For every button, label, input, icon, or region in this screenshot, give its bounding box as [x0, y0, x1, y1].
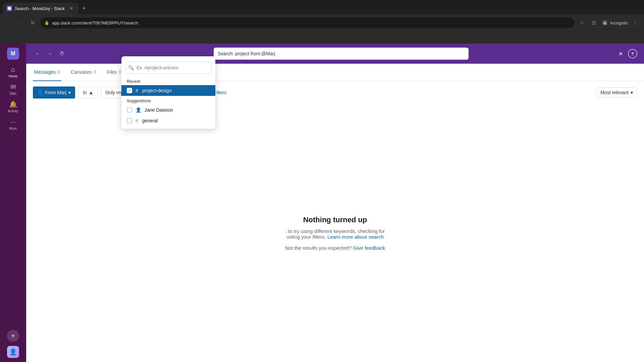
search-close-button[interactable]: ✕	[616, 49, 625, 58]
address-bar[interactable]: 🔒 app.slack.com/client/T067MEBPPUY/searc…	[40, 17, 575, 28]
dropdown-search-icon: 🔍	[128, 65, 134, 70]
search-help-button[interactable]: ?	[628, 49, 637, 58]
sidebar-item-dms[interactable]: ✉ DMs	[5, 81, 21, 97]
back-button[interactable]: ←	[4, 18, 13, 27]
sidebar-item-more[interactable]: ··· More	[5, 116, 21, 132]
tab-messages[interactable]: Messages 0	[33, 64, 61, 81]
item-jane-dawson-label: Jane Dawson	[145, 107, 173, 113]
svg-text:🕵: 🕵	[603, 21, 607, 25]
give-feedback-link[interactable]: Give feedback	[353, 245, 385, 251]
hash-icon-general: #	[136, 118, 138, 123]
home-icon: ⌂	[11, 66, 15, 73]
forward-button[interactable]: →	[16, 18, 25, 27]
item-general-label: general	[142, 118, 158, 123]
feedback-area: Not the results you expected? Give feedb…	[285, 245, 385, 251]
sidebar-item-activity[interactable]: 🔔 Activity	[5, 99, 21, 115]
lock-icon: 🔒	[44, 20, 49, 25]
tab-messages-count: 0	[58, 69, 60, 74]
tab-messages-label: Messages	[34, 69, 56, 75]
address-text: app.slack.com/client/T067MEBPPUY/search	[52, 20, 138, 25]
sort-button[interactable]: Most relevant ▾	[596, 87, 637, 98]
incognito-label: Incognito	[610, 20, 628, 25]
tab-files-count: 0	[119, 69, 121, 74]
tab-canvases-count: 0	[94, 69, 96, 74]
menu-button[interactable]: ⋮	[631, 18, 640, 27]
no-results-text: : to try using different keywords, check…	[285, 228, 385, 240]
sort-label: Most relevant	[600, 90, 629, 95]
tab-canvases-label: Canvases	[71, 69, 92, 75]
in-filter-chevron: ▲	[89, 90, 93, 95]
search-forward-button[interactable]: →	[45, 49, 54, 58]
search-header: ← → ⏱ Search: project from:@Marj ✕ ?	[26, 44, 644, 64]
person-icon-jane-dawson: 👤	[136, 107, 141, 113]
workspace-icon[interactable]: M	[7, 48, 19, 60]
dropdown-item-project-design[interactable]: # project-design	[121, 85, 215, 96]
dropdown-overlay: 🔍 Recent # project-design Suggestions 👤 …	[121, 56, 215, 129]
sidebar-dms-label: DMs	[10, 92, 17, 96]
bookmark-star-button[interactable]: ☆	[577, 18, 587, 27]
search-query: Search: project from:@Marj	[218, 51, 275, 56]
filters-label: Filters	[214, 90, 226, 95]
new-tab-button[interactable]: +	[79, 4, 89, 13]
add-icon: +	[11, 332, 15, 340]
svg-point-0	[8, 7, 11, 10]
reload-button[interactable]: ↻	[28, 18, 38, 27]
main-content: ← → ⏱ Search: project from:@Marj ✕ ? Mes…	[26, 44, 644, 362]
hash-icon-project-design: #	[136, 88, 138, 93]
tab-files-label: Files	[107, 69, 117, 75]
in-filter-label: In	[83, 90, 87, 95]
from-marj-label: From Marj	[45, 90, 66, 95]
feedback-prefix: Not the results you expected?	[285, 245, 352, 251]
tab-title: Search - MoodJoy - Slack	[15, 6, 65, 11]
tab-files[interactable]: Files 0	[106, 64, 123, 81]
incognito-badge: 🕵 Incognito	[601, 19, 628, 26]
search-nav: ← → ⏱	[33, 49, 66, 58]
checkbox-project-design	[127, 88, 132, 93]
sidebar-more-label: More	[9, 127, 17, 130]
no-results-area: Nothing turned up : to try using differe…	[26, 104, 644, 362]
from-marj-filter[interactable]: 👤 From Marj ▾	[33, 86, 75, 99]
from-marj-chevron: ▾	[68, 90, 71, 95]
browser-tab[interactable]: Search - MoodJoy - Slack ✕	[3, 3, 78, 14]
recent-section-label: Recent	[121, 76, 215, 85]
in-filter[interactable]: In ▲	[78, 86, 98, 99]
tab-favicon	[7, 6, 12, 11]
learn-more-link[interactable]: Learn more about search	[327, 234, 384, 240]
add-workspace-button[interactable]: +	[7, 330, 19, 342]
sidebar-item-home[interactable]: ⌂ Home	[5, 64, 21, 80]
sidebar-home-label: Home	[9, 74, 18, 78]
more-icon: ···	[10, 118, 16, 126]
tab-close-button[interactable]: ✕	[69, 6, 74, 11]
search-history-button[interactable]: ⏱	[57, 49, 66, 58]
dropdown-item-jane-dawson[interactable]: 👤 Jane Dawson	[121, 105, 215, 115]
in-filter-dropdown: 🔍 Recent # project-design Suggestions 👤 …	[121, 56, 215, 129]
avatar-image: 👤	[7, 346, 19, 358]
search-bar[interactable]: Search: project from:@Marj	[214, 48, 469, 60]
checkbox-general	[127, 118, 132, 123]
tab-canvases[interactable]: Canvases 0	[69, 64, 98, 81]
dms-icon: ✉	[10, 83, 16, 91]
from-marj-icon: 👤	[37, 90, 43, 95]
search-back-button[interactable]: ←	[33, 49, 42, 58]
sidebar: M ⌂ Home ✉ DMs 🔔 Activity ··· More + 👤	[0, 44, 26, 362]
dropdown-search-input[interactable]	[125, 62, 211, 74]
activity-icon: 🔔	[9, 100, 17, 108]
dropdown-item-general[interactable]: # general	[121, 115, 215, 126]
dropdown-search-area: 🔍	[121, 59, 215, 76]
checkbox-jane-dawson	[127, 107, 132, 113]
suggestions-section-label: Suggestions	[121, 96, 215, 105]
no-results-title: Nothing turned up	[303, 216, 367, 224]
item-project-design-label: project-design	[142, 88, 172, 93]
split-view-button[interactable]: ⊡	[589, 18, 599, 27]
user-avatar[interactable]: 👤	[7, 346, 19, 358]
dropdown-search-wrapper: 🔍	[125, 62, 211, 74]
sort-chevron: ▾	[631, 90, 633, 95]
tabs-bar: Messages 0 Canvases 0 Files 0 Channels 0…	[26, 64, 644, 81]
filter-bar: 👤 From Marj ▾ In ▲ Only my channels Excl…	[26, 81, 644, 104]
sidebar-activity-label: Activity	[8, 109, 18, 113]
